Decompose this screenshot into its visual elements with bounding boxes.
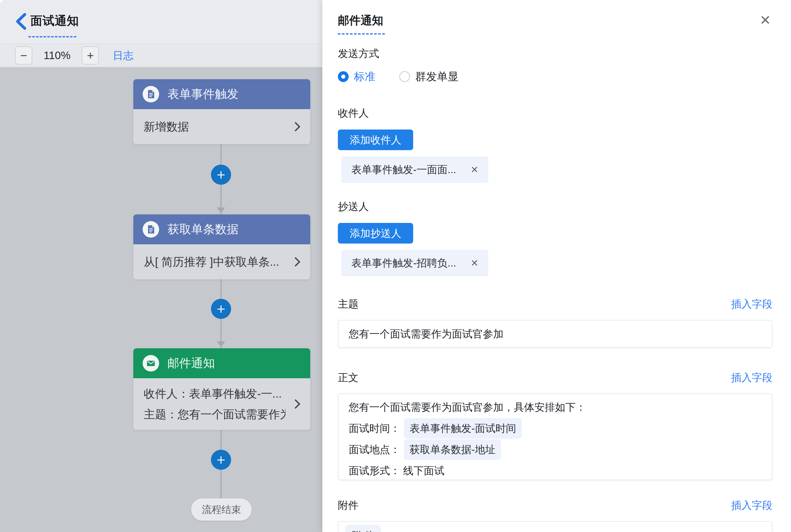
zoom-out-button[interactable]: −: [15, 46, 32, 64]
add-node-button[interactable]: +: [211, 450, 231, 470]
canvas-header: 面试通知: [0, 0, 322, 44]
node-email-notify-body[interactable]: 收件人：表单事件触发-一... 主题：您有一个面试需要作为: [133, 378, 310, 430]
mail-icon: [142, 355, 159, 372]
send-mode-options: 标准 群发单显: [338, 70, 772, 84]
node-summary-line1: 收件人：表单事件触发-一...: [144, 383, 286, 404]
flow-title: 面试通知: [31, 13, 79, 29]
recipient-tag-text: 表单事件触发-一面面...: [351, 163, 456, 177]
field-chip-address[interactable]: 获取单条数据-地址: [404, 439, 501, 460]
add-recipient-button[interactable]: 添加收件人: [338, 130, 413, 150]
recipients-label: 收件人: [338, 106, 772, 120]
zoom-in-button[interactable]: +: [82, 46, 99, 64]
arrow-down-icon: [217, 341, 225, 347]
radio-selected-icon: [338, 71, 349, 82]
add-node-button[interactable]: +: [211, 299, 231, 319]
log-link[interactable]: 日志: [113, 49, 133, 63]
radio-unselected-icon: [399, 71, 410, 82]
radio-label: 群发单显: [415, 70, 459, 84]
node-form-trigger[interactable]: 表单事件触发 新增数据: [133, 79, 310, 144]
field-chip-interview-time[interactable]: 表单事件触发-面试时间: [404, 418, 522, 439]
body-row: 正文 插入字段: [338, 370, 772, 385]
canvas-toolbar: − 110% + 日志: [0, 44, 322, 67]
node-get-single-data-body[interactable]: 从[ 简历推荐 ]中获取单条...: [133, 244, 310, 280]
cc-label: 抄送人: [338, 200, 772, 214]
chevron-right-icon: [291, 399, 301, 409]
body-insert-field-link[interactable]: 插入字段: [731, 370, 772, 385]
subject-row: 主题 插入字段: [338, 297, 772, 311]
chevron-right-icon: [291, 122, 301, 132]
body-line-4: 面试形式： 线下面试: [349, 460, 761, 480]
node-title: 获取单条数据: [167, 221, 238, 238]
cc-tag-text: 表单事件触发-招聘负...: [351, 256, 456, 270]
body-line-3: 面试地点： 获取单条数据-地址: [349, 439, 761, 460]
body-line-2-prefix: 面试时间：: [349, 421, 400, 436]
node-form-trigger-header: 表单事件触发: [133, 79, 310, 109]
add-node-button[interactable]: +: [211, 165, 231, 185]
add-cc-button[interactable]: 添加抄送人: [338, 223, 413, 244]
subject-insert-field-link[interactable]: 插入字段: [731, 297, 772, 311]
cc-tag: 表单事件触发-招聘负... ✕: [342, 250, 488, 276]
flow-title-underline: [28, 36, 76, 37]
panel-title: 邮件通知: [338, 13, 772, 28]
recipient-tag-row: 表单事件触发-一面面... ✕: [342, 156, 772, 183]
attachment-chip[interactable]: 附 件: [345, 525, 381, 532]
send-mode-label: 发送方式: [338, 46, 772, 61]
remove-cc-icon[interactable]: ✕: [471, 258, 478, 269]
remove-recipient-icon[interactable]: ✕: [471, 164, 478, 175]
attachment-row: 附件 插入字段: [338, 498, 772, 512]
email-config-panel: ✕ 邮件通知 发送方式 标准 群发单显 收件人 添加收件人 表单事件触发-一面面…: [322, 0, 791, 532]
flow-end-node: 流程结束: [191, 498, 252, 521]
node-email-notify[interactable]: 邮件通知 收件人：表单事件触发-一... 主题：您有一个面试需要作为: [133, 348, 310, 430]
body-line-2: 面试时间： 表单事件触发-面试时间: [349, 418, 761, 439]
cc-tag-row: 表单事件触发-招聘负... ✕: [342, 250, 772, 276]
subject-label: 主题: [338, 297, 359, 311]
node-get-single-data[interactable]: 获取单条数据 从[ 简历推荐 ]中获取单条...: [133, 214, 310, 280]
workflow-editor-window: 面试通知 − 110% + 日志 表单事件触发 新增数据 +: [0, 0, 791, 532]
node-summary: 从[ 简历推荐 ]中获取单条...: [144, 251, 286, 272]
node-email-notify-header: 邮件通知: [133, 348, 310, 378]
subject-input[interactable]: 您有一个面试需要作为面试官参加: [338, 320, 772, 348]
data-document-icon: [142, 221, 159, 238]
recipient-tag: 表单事件触发-一面面... ✕: [342, 156, 488, 183]
body-line-1: 您有一个面试需要作为面试官参加，具体安排如下：: [349, 397, 761, 418]
radio-option-bulk-single[interactable]: 群发单显: [399, 70, 459, 84]
close-icon[interactable]: ✕: [759, 14, 771, 27]
chevron-right-icon: [291, 257, 301, 267]
node-title: 表单事件触发: [167, 86, 238, 102]
panel-title-underline: [338, 33, 385, 35]
attachment-label: 附件: [338, 498, 359, 512]
attachment-input[interactable]: 附 件: [338, 521, 772, 532]
subject-value: 您有一个面试需要作为面试官参加: [349, 327, 503, 341]
node-get-single-data-header: 获取单条数据: [133, 214, 310, 244]
zoom-level: 110%: [43, 49, 71, 62]
body-editor[interactable]: 您有一个面试需要作为面试官参加，具体安排如下： 面试时间： 表单事件触发-面试时…: [338, 394, 772, 480]
radio-option-standard[interactable]: 标准: [338, 70, 375, 84]
node-summary-line2: 主题：您有一个面试需要作为: [144, 404, 286, 425]
body-line-3-prefix: 面试地点：: [349, 442, 400, 457]
form-document-icon: [142, 86, 159, 102]
arrow-down-icon: [217, 207, 225, 213]
body-label: 正文: [338, 370, 359, 385]
attachment-insert-field-link[interactable]: 插入字段: [731, 498, 772, 512]
node-title: 邮件通知: [167, 355, 215, 371]
node-summary: 新增数据: [144, 116, 286, 137]
flow-canvas: 面试通知 − 110% + 日志 表单事件触发 新增数据 +: [0, 0, 322, 532]
radio-label: 标准: [354, 70, 375, 84]
back-icon[interactable]: [15, 13, 27, 30]
node-form-trigger-body[interactable]: 新增数据: [133, 109, 310, 144]
